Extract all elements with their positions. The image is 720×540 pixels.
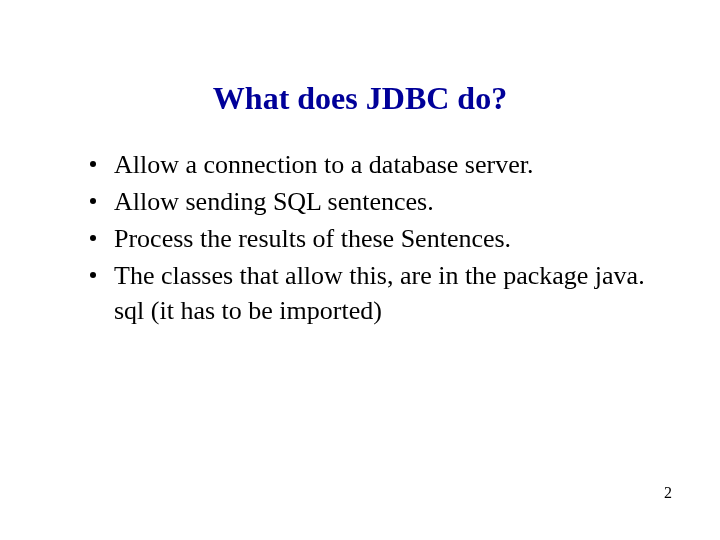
bullet-icon: [90, 235, 96, 241]
bullet-list: Allow a connection to a database server.…: [60, 147, 660, 328]
list-item: Allow a connection to a database server.: [90, 147, 660, 182]
bullet-text: Process the results of these Sentences.: [114, 224, 511, 253]
bullet-icon: [90, 198, 96, 204]
bullet-text: Allow sending SQL sentences.: [114, 187, 434, 216]
slide: What does JDBC do? Allow a connection to…: [0, 0, 720, 540]
slide-title: What does JDBC do?: [60, 80, 660, 117]
bullet-text: Allow a connection to a database server.: [114, 150, 533, 179]
bullet-icon: [90, 272, 96, 278]
bullet-icon: [90, 161, 96, 167]
list-item: The classes that allow this, are in the …: [90, 258, 660, 328]
list-item: Process the results of these Sentences.: [90, 221, 660, 256]
page-number: 2: [664, 484, 672, 502]
bullet-text: The classes that allow this, are in the …: [114, 261, 645, 325]
list-item: Allow sending SQL sentences.: [90, 184, 660, 219]
